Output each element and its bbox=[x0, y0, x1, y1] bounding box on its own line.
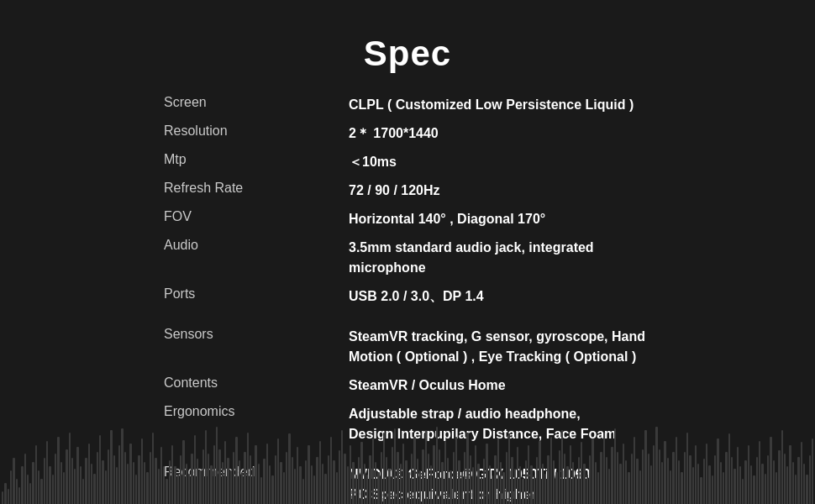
spec-row: SensorsSteamVR tracking, G sensor, gyros… bbox=[164, 323, 651, 371]
spec-value: ＜10ms bbox=[349, 152, 651, 172]
waveform-bar bbox=[744, 460, 746, 504]
waveform-bar bbox=[453, 452, 455, 504]
waveform-bar bbox=[38, 470, 39, 504]
waveform-bar bbox=[266, 444, 268, 504]
waveform-bar bbox=[631, 454, 633, 504]
waveform-bar bbox=[286, 452, 287, 504]
waveform-bar bbox=[603, 433, 605, 504]
waveform-bar bbox=[553, 460, 555, 504]
waveform-bar bbox=[572, 462, 574, 504]
waveform-bar bbox=[625, 460, 627, 504]
waveform-bar bbox=[583, 464, 585, 504]
waveform-bar bbox=[672, 452, 674, 504]
waveform-bar bbox=[555, 472, 557, 504]
waveform-bar bbox=[241, 472, 243, 504]
spec-label: FOV bbox=[164, 209, 349, 224]
waveform-bar bbox=[271, 475, 273, 504]
waveform-bar bbox=[559, 450, 560, 504]
waveform-bar bbox=[589, 455, 591, 504]
waveform-bar bbox=[723, 472, 724, 504]
waveform-bar bbox=[239, 460, 240, 504]
spec-row: Refresh Rate72 / 90 / 120Hz bbox=[164, 176, 651, 205]
waveform-bar bbox=[366, 475, 368, 504]
waveform-bar bbox=[700, 477, 702, 504]
spec-spacer bbox=[164, 311, 651, 323]
waveform-bar bbox=[428, 454, 429, 504]
waveform-bar bbox=[530, 465, 532, 504]
waveform-bar bbox=[444, 441, 446, 504]
waveform-bar bbox=[494, 455, 496, 504]
waveform-bar bbox=[180, 455, 181, 504]
waveform-bar bbox=[174, 466, 176, 504]
waveform-bar bbox=[244, 452, 245, 504]
waveform-bar bbox=[570, 445, 571, 504]
waveform-bar bbox=[255, 445, 256, 504]
waveform-bar bbox=[492, 475, 493, 504]
waveform-bar bbox=[133, 462, 134, 504]
waveform-bar bbox=[776, 472, 777, 504]
waveform-bar bbox=[275, 455, 276, 504]
waveform-bar bbox=[781, 430, 783, 504]
waveform-bar bbox=[375, 462, 376, 504]
waveform-bar bbox=[344, 454, 345, 504]
waveform-bar bbox=[695, 445, 697, 504]
waveform-bar bbox=[263, 459, 265, 504]
waveform-bar bbox=[539, 441, 540, 504]
waveform-bar bbox=[258, 464, 260, 504]
waveform-bar bbox=[717, 438, 718, 504]
waveform-bar bbox=[784, 454, 786, 504]
waveform-bar bbox=[797, 457, 799, 504]
waveform-bar bbox=[413, 437, 415, 504]
waveform-bar bbox=[506, 452, 507, 504]
waveform-bar bbox=[121, 428, 123, 504]
waveform-bar bbox=[400, 464, 402, 504]
waveform-bar bbox=[347, 466, 349, 504]
waveform-bar bbox=[623, 444, 624, 504]
waveform-bar bbox=[297, 447, 298, 504]
waveform-bar bbox=[761, 464, 763, 504]
waveform-bar bbox=[544, 474, 546, 504]
waveform-bar bbox=[561, 430, 563, 504]
waveform-bar bbox=[313, 475, 315, 504]
waveform-bar bbox=[773, 460, 775, 504]
waveform-bar bbox=[40, 479, 42, 504]
spec-value: 3.5mm standard audio jack, integrated mi… bbox=[349, 238, 651, 278]
spec-row: Audio3.5mm standard audio jack, integrat… bbox=[164, 234, 651, 282]
waveform-bar bbox=[659, 449, 660, 504]
waveform-bar bbox=[597, 472, 599, 504]
waveform-bar bbox=[753, 475, 755, 504]
waveform-bar bbox=[517, 447, 518, 504]
waveform-bar bbox=[32, 462, 34, 504]
waveform-bar bbox=[230, 470, 232, 504]
waveform-bar bbox=[708, 465, 710, 504]
waveform-bar bbox=[614, 428, 616, 504]
waveform-bar bbox=[734, 469, 735, 504]
waveform-bar bbox=[171, 445, 173, 504]
waveform-bar bbox=[24, 454, 26, 504]
waveform-bar bbox=[305, 460, 307, 504]
waveform-bar bbox=[481, 477, 482, 504]
waveform-bar bbox=[302, 479, 304, 504]
waveform-bar bbox=[63, 472, 65, 504]
waveform-bar bbox=[578, 457, 580, 504]
waveform-bar bbox=[294, 469, 296, 504]
waveform-bar bbox=[288, 433, 290, 504]
waveform-bar bbox=[93, 474, 95, 504]
waveform-bar bbox=[650, 465, 652, 504]
waveform-bar bbox=[360, 442, 362, 504]
waveform-bar bbox=[322, 464, 323, 504]
waveform-container bbox=[0, 403, 815, 504]
spec-value: CLPL ( Customized Low Persistence Liquid… bbox=[349, 95, 651, 115]
waveform-bar bbox=[280, 462, 281, 504]
spec-value: 72 / 90 / 120Hz bbox=[349, 181, 651, 201]
spec-row: ScreenCLPL ( Customized Low Persistence … bbox=[164, 91, 651, 119]
waveform-bar bbox=[333, 460, 334, 504]
spec-row: Mtp＜10ms bbox=[164, 148, 651, 176]
waveform-bar bbox=[186, 464, 187, 504]
waveform-bar bbox=[386, 457, 387, 504]
waveform-bar bbox=[786, 466, 788, 504]
spec-label: Refresh Rate bbox=[164, 181, 349, 196]
waveform-bar bbox=[328, 455, 329, 504]
waveform-bar bbox=[792, 462, 794, 504]
waveform-bar bbox=[71, 458, 73, 504]
